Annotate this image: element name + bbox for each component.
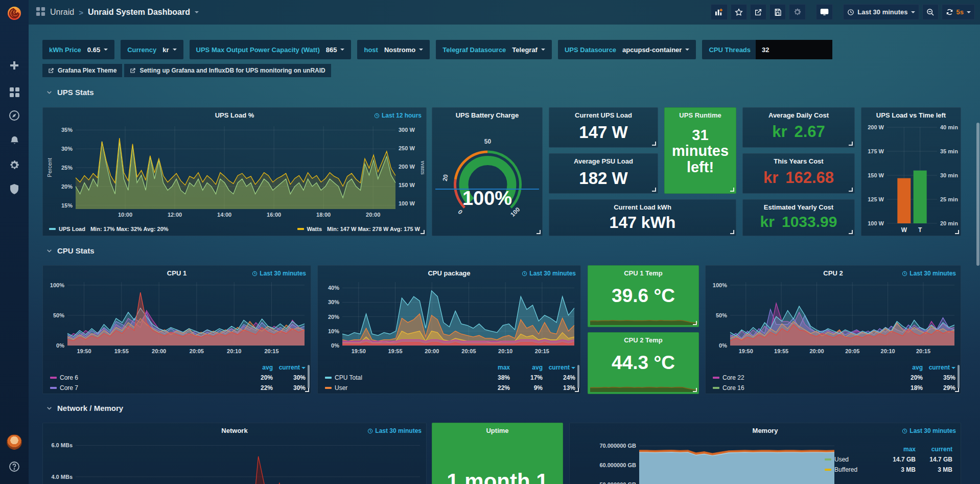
panel-this-years-cost[interactable]: This Years Cost kr162.68 [742,153,855,194]
navbar-actions: Last 30 minutes 5s [711,4,975,20]
svg-text:20:05: 20:05 [845,348,859,354]
time-badge[interactable]: Last 30 minutes [522,270,576,277]
star-button[interactable] [731,4,747,20]
legend-scrollbar[interactable] [308,365,310,388]
legend-scrollbar[interactable] [958,365,960,388]
share-button[interactable] [750,4,766,20]
svg-text:40 min: 40 min [940,124,958,130]
variable-ups-datasource[interactable]: UPS Datasourceapcupsd-container [558,40,696,59]
ups-load-legend: UPS LoadMin: 17% Max: 32% Avg: 20% Watts… [49,226,420,232]
grafana-logo-icon[interactable] [0,3,29,24]
variable-cpu-threads: CPU Threads [702,40,832,59]
breadcrumb-app[interactable]: Unraid [50,8,74,17]
panel-cpu1[interactable]: CPU 1 Last 30 minutes 19:5019:5520:0020:… [42,265,311,394]
add-panel-button[interactable] [711,4,728,20]
variable-ups-max-output[interactable]: UPS Max Output Power Capacity (Watt)865 [190,40,352,59]
zoom-out-button[interactable] [922,4,939,20]
link-ups-monitoring-guide[interactable]: Setting up Grafana and InfluxDB for UPS … [124,64,331,77]
time-range-picker[interactable]: Last 30 minutes [843,4,919,20]
dashboards-icon[interactable] [0,82,29,102]
help-icon[interactable] [0,456,29,477]
svg-text:20:00: 20:00 [425,348,439,354]
panel-average-daily-cost[interactable]: Average Daily Cost kr2.67 [742,107,855,148]
legend-row[interactable]: Core 722%30% [50,384,306,391]
configuration-gear-icon[interactable] [0,155,29,175]
clock-icon [367,428,373,434]
chevron-down-icon [46,89,53,96]
svg-text:20: 20 [441,174,450,182]
alerting-bell-icon[interactable] [0,130,29,151]
apps-grid-icon[interactable] [36,7,45,18]
legend-row[interactable]: Used14.7 GB14.7 GB [825,456,952,463]
variable-host[interactable]: hostNostromo [357,40,430,59]
clock-icon [522,271,527,276]
svg-text:20:05: 20:05 [461,348,476,354]
dashboard-title[interactable]: Unraid System Dashboard [88,8,190,17]
panel-ups-load-vs-time-left[interactable]: UPS Load vs Time left 100 W125 W150 W175… [861,107,961,236]
svg-text:35%: 35% [61,127,73,133]
svg-text:19:55: 19:55 [774,348,788,354]
cpu-package-legend: maxavgcurrent CPU Total38%17%24% User22%… [325,364,575,391]
time-badge[interactable]: Last 30 minutes [367,427,422,434]
svg-text:100 W: 100 W [399,200,415,206]
panel-estimated-yearly-cost[interactable]: Estimated Yearly Cost kr1033.99 [742,199,855,236]
user-avatar[interactable] [0,432,29,452]
battery-value: 100% [432,188,542,210]
explore-compass-icon[interactable] [0,105,29,126]
variable-kwh-price[interactable]: kWh Price0.65 [42,40,114,59]
time-badge[interactable]: Last 12 hours [374,112,422,119]
section-ups-stats[interactable]: UPS Stats [46,88,94,97]
svg-text:50%: 50% [53,312,64,318]
dashboard-dropdown-caret[interactable] [195,11,199,13]
panel-current-ups-load[interactable]: Current UPS Load 147 W [549,107,658,148]
variable-currency[interactable]: Currencykr [121,40,183,59]
panel-ups-load[interactable]: UPS Load % Last 12 hours 10:0012:0014:00… [42,107,427,236]
panel-cpu1-temp[interactable]: CPU 1 Temp 39.6 °C [588,265,699,327]
time-badge[interactable]: Last 30 minutes [902,270,956,277]
save-button[interactable] [769,4,786,20]
cpu2-legend: avgcurrent Core 2220%35% Core 1618%29% [713,364,955,391]
section-cpu-stats[interactable]: CPU Stats [46,246,95,255]
variable-telegraf-datasource[interactable]: Telegraf DatasourceTelegraf [436,40,552,59]
legend-row[interactable]: Core 1618%29% [713,384,955,391]
time-badge[interactable]: Last 30 minutes [902,427,956,434]
legend-row[interactable]: CPU Total38%17%24% [325,374,575,381]
cpu-threads-input[interactable] [756,40,832,59]
panel-uptime[interactable]: Uptime 1 month 1 [432,423,563,484]
svg-text:50: 50 [484,138,492,145]
panel-cpu2-temp[interactable]: CPU 2 Temp 44.3 °C [588,332,699,394]
link-grafana-plex-theme[interactable]: Grafana Plex Theme [42,64,122,77]
panel-ups-battery-charge[interactable]: UPS Battery Charge 02050100 100% [432,107,543,236]
panel-memory[interactable]: Memory Last 30 minutes 50.000000 GB60.00… [569,423,961,484]
panel-cpu2[interactable]: CPU 2 Last 30 minutes 19:5019:5520:0020:… [705,265,961,394]
legend-scrollbar[interactable] [577,365,579,388]
refresh-interval-label: 5s [956,8,964,16]
section-network-memory[interactable]: Network / Memory [46,404,123,412]
legend-row[interactable]: User22%9%13% [325,384,575,391]
svg-text:18:00: 18:00 [316,212,331,218]
avatar-image [7,434,22,450]
legend-row[interactable]: Buffered3 MB3 MB [825,466,952,473]
dashboard-settings-button[interactable] [789,4,806,20]
panel-ups-runtime[interactable]: UPS Runtime 31 minutes left! [664,107,736,194]
legend-row[interactable]: Core 620%30% [50,374,306,381]
refresh-picker[interactable]: 5s [942,4,975,20]
tv-kiosk-button[interactable] [816,4,833,20]
svg-text:30%: 30% [61,146,73,152]
svg-text:20:10: 20:10 [881,348,895,354]
time-badge[interactable]: Last 30 minutes [252,270,306,277]
svg-text:14:00: 14:00 [217,212,231,218]
panel-current-load-kwh[interactable]: Current Load kWh 147 kWh [549,199,736,236]
svg-text:100%: 100% [50,282,64,288]
server-admin-shield-icon[interactable] [0,179,29,199]
svg-text:175 W: 175 W [868,148,884,154]
panel-cpu-package[interactable]: CPU package Last 30 minutes 19:5019:5520… [317,265,581,394]
panel-network[interactable]: Network Last 30 minutes 2.0 MBs4.0 MBs6.… [42,423,427,484]
create-plus-icon[interactable] [0,55,29,76]
svg-text:20:10: 20:10 [227,348,241,354]
page-scrollbar[interactable] [976,123,979,266]
svg-text:70.000000 GB: 70.000000 GB [599,443,636,449]
panel-average-psu-load[interactable]: Average PSU Load 182 W [549,153,658,194]
template-variables-row: kWh Price0.65 Currencykr UPS Max Output … [42,40,832,59]
legend-row[interactable]: Core 2220%35% [713,374,955,381]
